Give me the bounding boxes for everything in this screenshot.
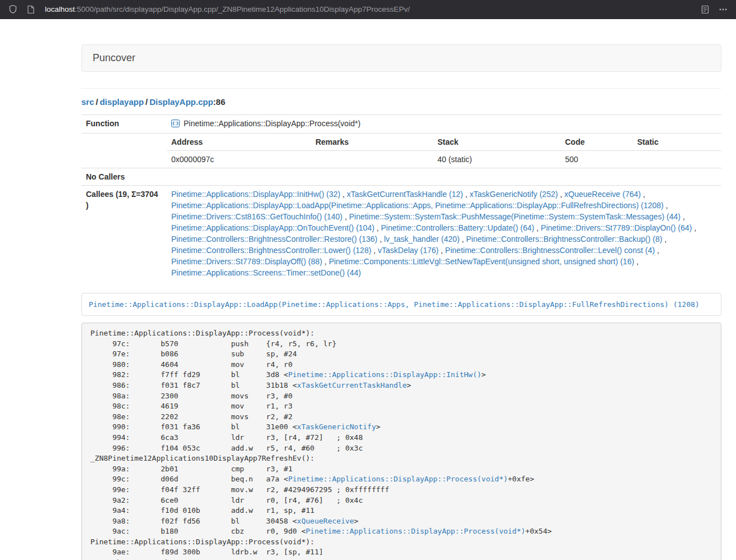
breadcrumb-separator: / [145, 97, 148, 107]
breadcrumb-displayapp[interactable]: displayapp [100, 97, 144, 107]
stack-value: 40 (static) [433, 151, 560, 168]
url-bar[interactable]: localhost:5000/path/src/displayapp/Displ… [45, 5, 693, 13]
callee-link[interactable]: xTaskGetCurrentTaskHandle (12) [347, 190, 463, 199]
callees-row: Callees (19, Σ=3704 ) Pinetime::Applicat… [81, 186, 721, 282]
code-symbol-link[interactable]: xTaskGenericNotify [297, 423, 376, 431]
code-size-value: 500 [560, 151, 632, 168]
metrics-row: Address Remarks Stack Code Static 0x0000… [81, 134, 721, 168]
breadcrumb-line-number: :86 [213, 97, 226, 107]
url-domain: localhost [45, 5, 75, 13]
code-symbol-link[interactable]: Pinetime::Applications::DisplayApp::Init… [288, 370, 481, 379]
metrics-values-row: 0x0000097c 40 (static) 500 [167, 151, 721, 168]
callee-link[interactable]: Pinetime::Applications::Screens::Timer::… [171, 268, 361, 277]
function-name: Pinetime::Applications::DisplayApp::Proc… [184, 119, 360, 128]
disassembly-block: Pinetime::Applications::DisplayApp::Proc… [81, 323, 721, 560]
col-header-static: Static [633, 134, 721, 151]
reader-view-icon[interactable] [699, 3, 711, 16]
remarks-value [311, 151, 433, 168]
selected-callee-panel: Pinetime::Applications::DisplayApp::Load… [81, 293, 721, 316]
col-header-stack: Stack [433, 134, 560, 151]
callee-link[interactable]: xQueueReceive (764) [564, 190, 641, 199]
divider [81, 88, 721, 89]
metrics-table: Address Remarks Stack Code Static 0x0000… [167, 134, 721, 168]
menu-icon[interactable] [717, 3, 729, 16]
col-header-remarks: Remarks [311, 134, 433, 151]
breadcrumb-src[interactable]: src [81, 97, 94, 107]
callees-label: Callees (19, Σ=3704 ) [81, 186, 167, 282]
callee-link[interactable]: Pinetime::Components::LittleVgl::SetNewT… [329, 257, 634, 266]
callee-link[interactable]: Pinetime::Applications::DisplayApp::Init… [171, 190, 340, 199]
callee-link[interactable]: Pinetime::Applications::DisplayApp::Load… [171, 201, 664, 210]
breadcrumb-separator: / [96, 97, 98, 107]
breadcrumb: src/displayapp/DisplayApp.cpp:86 [81, 97, 721, 107]
no-callers-label: No Callers [81, 168, 167, 186]
page-container: Puncover src/displayapp/DisplayApp.cpp:8… [81, 44, 721, 560]
col-header-code: Code [560, 134, 632, 151]
shield-icon[interactable] [7, 3, 19, 16]
static-value [633, 151, 721, 168]
callee-link[interactable]: Pinetime::Controllers::BrightnessControl… [171, 246, 371, 255]
callee-link[interactable]: lv_task_handler (420) [384, 235, 460, 244]
app-brand[interactable]: Puncover [93, 52, 135, 64]
callee-link[interactable]: Pinetime::Controllers::Battery::Update()… [381, 223, 534, 232]
callee-link[interactable]: Pinetime::Controllers::BrightnessControl… [445, 246, 655, 255]
callee-link[interactable]: Pinetime::Drivers::St7789::DisplayOff() … [171, 257, 322, 266]
callee-link[interactable]: vTaskDelay (176) [378, 246, 438, 255]
callee-link[interactable]: Pinetime::Applications::DisplayApp::OnTo… [171, 223, 374, 232]
callee-link[interactable]: xTaskGenericNotify (252) [469, 190, 557, 199]
callee-link[interactable]: Pinetime::System::SystemTask::PushMessag… [349, 212, 681, 221]
browser-toolbar: localhost:5000/path/src/displayapp/Displ… [0, 0, 736, 19]
function-row: Function Pinetime::Applications::Display… [81, 115, 721, 134]
callee-link[interactable]: Pinetime::Drivers::St7789::DisplayOn() (… [541, 223, 692, 232]
code-symbol-link[interactable]: xQueueReceive [297, 517, 354, 525]
callees-list: Pinetime::Applications::DisplayApp::Init… [167, 186, 721, 282]
breadcrumb-file[interactable]: DisplayApp.cpp [149, 97, 213, 107]
app-header: Puncover [81, 44, 721, 72]
function-label: Function [81, 115, 167, 134]
address-value: 0x0000097c [167, 151, 311, 168]
code-symbol-link[interactable]: Pinetime::Applications::DisplayApp::Proc… [288, 475, 508, 483]
callee-link[interactable]: Pinetime::Controllers::BrightnessControl… [171, 235, 377, 244]
code-symbol-link[interactable]: Pinetime::Applications::DisplayApp::Proc… [306, 527, 525, 535]
selected-callee-link[interactable]: Pinetime::Applications::DisplayApp::Load… [89, 300, 700, 309]
symbol-table: Function Pinetime::Applications::Display… [81, 114, 721, 281]
page-info-icon[interactable] [25, 3, 37, 16]
col-header-address: Address [167, 134, 311, 151]
no-callers-row: No Callers [81, 168, 721, 186]
function-icon [171, 119, 180, 130]
url-path: :5000/path/src/displayapp/DisplayApp.cpp… [75, 5, 410, 13]
callee-link[interactable]: Pinetime::Controllers::BrightnessControl… [466, 235, 662, 244]
code-symbol-link[interactable]: xTaskGetCurrentTaskHandle [297, 381, 407, 389]
callee-link[interactable]: Pinetime::Drivers::Cst816S::GetTouchInfo… [171, 212, 342, 221]
